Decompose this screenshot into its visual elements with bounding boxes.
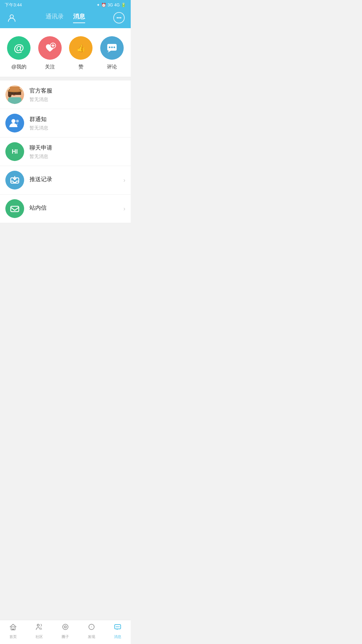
- msg-content-official: 官方客服 暂无消息: [29, 87, 125, 103]
- notification-section: @ @我的 关注 👍 赞: [0, 28, 131, 77]
- msg-title-push: 推送记录: [29, 175, 123, 183]
- svg-marker-12: [108, 51, 111, 53]
- msg-sub-official: 暂无消息: [29, 97, 125, 103]
- notif-like-label: 赞: [78, 64, 83, 70]
- status-icons: ✦ ⏰ 3G 4G 🔋: [97, 3, 126, 7]
- header: 通讯录 消息: [0, 9, 131, 28]
- msg-title-mail: 站内信: [29, 204, 123, 212]
- notif-follow-label: 关注: [45, 64, 55, 70]
- header-tabs: 通讯录 消息: [46, 12, 85, 23]
- notif-like-circle: 👍: [69, 36, 93, 60]
- msg-title-official: 官方客服: [29, 87, 125, 95]
- avatar-mail: [5, 199, 24, 218]
- msg-item-official[interactable]: 官方客服 暂无消息: [0, 80, 131, 109]
- msg-title-chat: 聊天申请: [29, 144, 125, 152]
- avatar-official: [5, 85, 24, 104]
- avatar-push: [5, 171, 24, 190]
- svg-text:👍: 👍: [76, 44, 86, 53]
- msg-content-chat: 聊天申请 暂无消息: [29, 144, 125, 160]
- avatar-chat: HI: [5, 142, 24, 161]
- svg-rect-16: [11, 206, 19, 212]
- notif-follow-circle: [38, 36, 62, 60]
- mail-arrow-icon: ›: [123, 205, 125, 212]
- notif-at-circle: @: [7, 36, 31, 60]
- svg-point-14: [16, 120, 19, 122]
- compose-icon[interactable]: [113, 12, 125, 23]
- msg-item-push[interactable]: 推送记录 ›: [0, 166, 131, 195]
- msg-item-chat[interactable]: HI 聊天申请 暂无消息: [0, 138, 131, 166]
- notif-comment-label: 评论: [107, 64, 117, 70]
- svg-point-13: [11, 119, 15, 123]
- msg-content-group: 群通知 暂无消息: [29, 115, 125, 131]
- notif-at[interactable]: @ @我的: [7, 36, 31, 70]
- svg-point-1: [117, 17, 118, 18]
- msg-content-push: 推送记录: [29, 175, 123, 185]
- svg-point-9: [109, 47, 110, 48]
- status-time: 下午3:44: [5, 2, 22, 8]
- svg-point-2: [118, 17, 120, 18]
- svg-point-11: [113, 47, 115, 48]
- msg-content-mail: 站内信: [29, 204, 123, 214]
- msg-title-group: 群通知: [29, 115, 125, 123]
- svg-point-3: [120, 17, 121, 18]
- signal-3g: 3G: [108, 3, 113, 7]
- svg-point-0: [10, 15, 13, 18]
- msg-sub-group: 暂无消息: [29, 125, 125, 131]
- message-list: 官方客服 暂无消息 群通知 暂无消息 HI 聊天申请 暂无消息: [0, 80, 131, 223]
- signal-4g: 4G: [114, 3, 120, 7]
- battery-icon: 🔋: [121, 3, 126, 7]
- msg-item-group[interactable]: 群通知 暂无消息: [0, 109, 131, 138]
- gray-spacer: [0, 223, 131, 290]
- msg-sub-chat: 暂无消息: [29, 154, 125, 160]
- tab-messages[interactable]: 消息: [73, 12, 85, 23]
- status-bar: 下午3:44 ✦ ⏰ 3G 4G 🔋: [0, 0, 131, 9]
- avatar-group: [5, 114, 24, 132]
- push-arrow-icon: ›: [123, 177, 125, 184]
- svg-point-10: [111, 47, 113, 48]
- alarm-icon: ⏰: [101, 3, 106, 7]
- profile-icon[interactable]: [6, 12, 17, 23]
- notif-comment-circle: [100, 36, 124, 60]
- msg-item-mail[interactable]: 站内信 ›: [0, 195, 131, 223]
- notif-comment[interactable]: 评论: [100, 36, 124, 70]
- notif-like[interactable]: 👍 赞: [69, 36, 93, 70]
- tab-contacts[interactable]: 通讯录: [46, 12, 64, 23]
- notif-at-label: @我的: [11, 64, 26, 70]
- notif-follow[interactable]: 关注: [38, 36, 62, 70]
- bluetooth-icon: ✦: [97, 3, 100, 7]
